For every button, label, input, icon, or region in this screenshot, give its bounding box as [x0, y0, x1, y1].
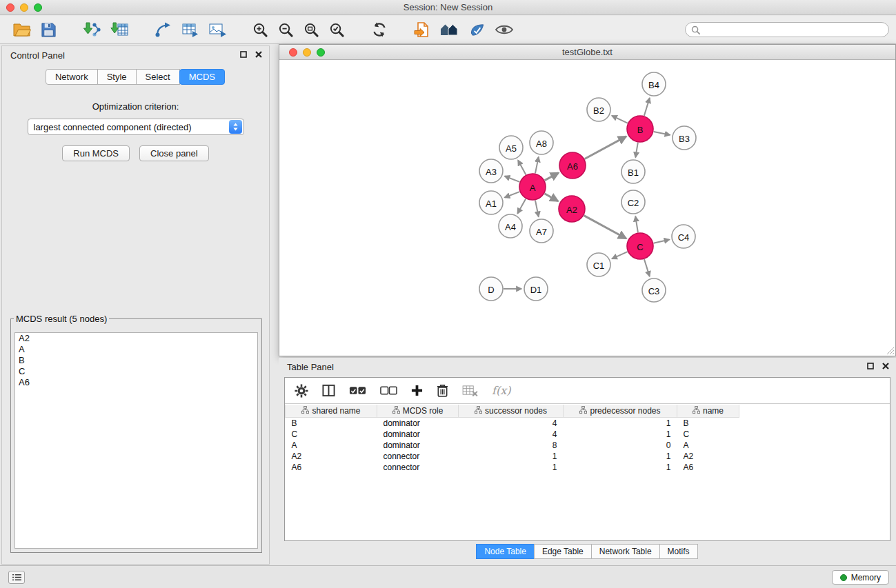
import-table-icon[interactable]: [108, 19, 130, 41]
node-C3[interactable]: C3: [642, 278, 666, 302]
float-panel-icon[interactable]: [240, 51, 247, 58]
deselect-all-icon[interactable]: [380, 386, 397, 396]
delete-row-icon[interactable]: [437, 384, 448, 397]
table-cell[interactable]: dominator: [377, 418, 459, 429]
table-cell[interactable]: connector: [377, 451, 459, 462]
node-B1[interactable]: B1: [621, 160, 645, 183]
table-tab-motifs[interactable]: Motifs: [659, 544, 698, 559]
edge-A-A3[interactable]: [505, 176, 520, 182]
table-row[interactable]: A2connector11A2: [286, 451, 739, 462]
mcds-result-item[interactable]: A: [15, 344, 257, 355]
table-cell[interactable]: 1: [564, 418, 677, 429]
table-cell[interactable]: A6: [677, 462, 739, 473]
close-table-panel-icon[interactable]: [882, 363, 889, 369]
minimize-window-icon[interactable]: [20, 3, 28, 12]
table-cell[interactable]: dominator: [377, 440, 459, 451]
close-window-icon[interactable]: [6, 3, 14, 12]
node-B3[interactable]: B3: [673, 126, 696, 150]
edge-B-B4[interactable]: [644, 98, 650, 116]
control-tab-mcds[interactable]: MCDS: [179, 69, 225, 85]
close-panel-icon[interactable]: [255, 51, 262, 58]
table-row[interactable]: Cdominator41C: [286, 429, 739, 440]
open-folder-icon[interactable]: [11, 19, 33, 41]
node-A8[interactable]: A8: [530, 131, 553, 154]
memory-button[interactable]: Memory: [832, 570, 889, 585]
node-A1[interactable]: A1: [479, 191, 503, 214]
new-network-icon[interactable]: [152, 19, 173, 41]
column-header-MCDS-role[interactable]: MCDS role: [377, 405, 459, 418]
edge-C-C3[interactable]: [644, 259, 650, 276]
node-A3[interactable]: A3: [479, 159, 503, 183]
column-layout-icon[interactable]: [322, 384, 335, 397]
network-graph[interactable]: B4B2BB3A8A5A6A3B1AC2A1A2A4A7C4CC1C3DD1: [279, 61, 895, 356]
node-A2[interactable]: A2: [559, 196, 585, 222]
edge-A-A5[interactable]: [518, 160, 526, 174]
table-cell[interactable]: C: [677, 429, 739, 440]
edge-A-A6[interactable]: [545, 173, 559, 181]
table-cell[interactable]: dominator: [377, 429, 459, 440]
table-cell[interactable]: A2: [677, 451, 739, 462]
zoom-window-icon[interactable]: [34, 3, 42, 12]
edge-C-C2[interactable]: [635, 216, 638, 232]
table-cell[interactable]: 4: [459, 418, 564, 429]
table-cell[interactable]: 4: [459, 429, 564, 440]
table-cell[interactable]: 1: [564, 451, 677, 462]
column-header-successor-nodes[interactable]: successor nodes: [459, 405, 564, 418]
table-tab-network-table[interactable]: Network Table: [591, 544, 660, 559]
edge-A6-B[interactable]: [585, 136, 626, 159]
edge-A2-C[interactable]: [584, 216, 626, 239]
table-cell[interactable]: A: [677, 440, 739, 451]
mcds-result-item[interactable]: C: [15, 366, 257, 377]
new-table-icon[interactable]: [179, 19, 201, 41]
column-header-name[interactable]: name: [677, 405, 739, 418]
export-image-icon[interactable]: [206, 19, 228, 41]
table-cell[interactable]: A: [286, 440, 377, 451]
edge-A-A2[interactable]: [544, 194, 558, 201]
save-icon[interactable]: [39, 19, 59, 41]
node-B[interactable]: B: [627, 116, 653, 142]
control-tab-style[interactable]: Style: [97, 69, 137, 85]
refresh-icon[interactable]: [369, 19, 390, 41]
zoom-in-icon[interactable]: [250, 19, 270, 41]
column-header-shared-name[interactable]: shared name: [286, 405, 377, 418]
add-row-icon[interactable]: [411, 385, 423, 396]
control-tab-select[interactable]: Select: [136, 69, 180, 85]
node-A5[interactable]: A5: [499, 136, 523, 159]
panel-list-icon[interactable]: [8, 571, 25, 584]
node-A[interactable]: A: [519, 174, 546, 200]
zoom-selected-icon[interactable]: [327, 19, 347, 41]
zoom-out-icon[interactable]: [276, 19, 296, 41]
zoom-fit-icon[interactable]: [301, 19, 321, 41]
run-mcds-button[interactable]: Run MCDS: [62, 145, 130, 161]
table-cell[interactable]: A2: [286, 451, 377, 462]
home-networks-icon[interactable]: [438, 19, 461, 41]
select-all-icon[interactable]: [349, 386, 366, 396]
table-cell[interactable]: 1: [459, 451, 564, 462]
node-C2[interactable]: C2: [621, 190, 645, 214]
node-C[interactable]: C: [627, 233, 653, 259]
node-C4[interactable]: C4: [672, 225, 695, 248]
zoom-network-window-icon[interactable]: [317, 48, 325, 57]
minimize-network-window-icon[interactable]: [303, 48, 311, 57]
table-row[interactable]: A6connector11A6: [286, 462, 739, 473]
delete-table-icon[interactable]: [462, 385, 478, 396]
table-cell[interactable]: A6: [286, 462, 377, 473]
node-A7[interactable]: A7: [530, 219, 553, 243]
close-network-window-icon[interactable]: [289, 48, 297, 57]
table-cell[interactable]: 0: [564, 440, 677, 451]
edge-B-B2[interactable]: [612, 116, 628, 123]
table-cell[interactable]: B: [677, 418, 739, 429]
close-panel-button[interactable]: Close panel: [139, 145, 209, 161]
export-document-icon[interactable]: [412, 19, 432, 41]
mcds-result-list[interactable]: A2ABCA6: [14, 332, 258, 549]
control-tab-network[interactable]: Network: [46, 69, 98, 85]
edge-A-A7[interactable]: [535, 201, 539, 217]
table-cell[interactable]: C: [286, 429, 377, 440]
criterion-dropdown[interactable]: largest connected component (directed): [28, 119, 244, 135]
function-builder-icon[interactable]: f(x): [492, 384, 510, 397]
search-input[interactable]: [704, 24, 883, 35]
table-cell[interactable]: 1: [564, 429, 677, 440]
node-B2[interactable]: B2: [587, 98, 610, 121]
edge-A-A8[interactable]: [535, 157, 539, 174]
table-tab-node-table[interactable]: Node Table: [476, 544, 535, 559]
